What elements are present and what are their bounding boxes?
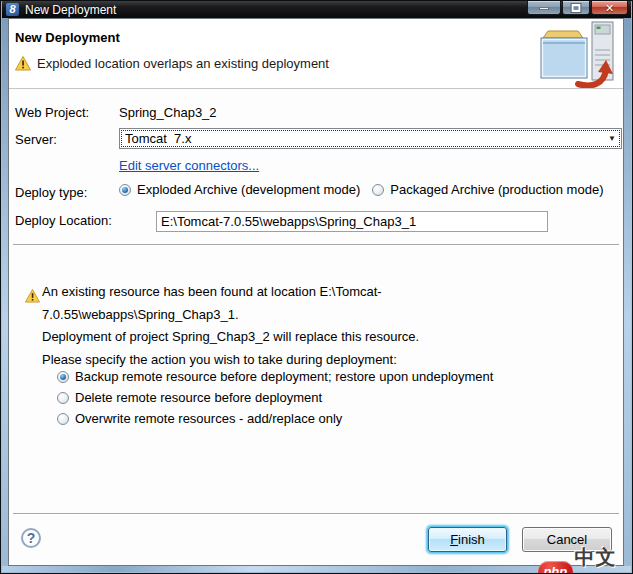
- radio-delete-remote-resource[interactable]: Delete remote resource before deployment: [57, 387, 493, 408]
- php-cn-watermark: php 中文网: [538, 544, 632, 574]
- divider: [13, 244, 619, 246]
- deploy-illustration-icon: [534, 20, 618, 88]
- warning-line: An existing resource has been found at l…: [42, 281, 602, 304]
- radio-button-icon[interactable]: [57, 371, 69, 383]
- deploy-location-label: Deploy Location:: [15, 213, 112, 228]
- radio-backup-remote-resource[interactable]: Backup remote resource before deployment…: [57, 366, 493, 387]
- finish-button[interactable]: Finish: [428, 527, 507, 552]
- deployment-action-group: Backup remote resource before deployment…: [57, 366, 493, 429]
- server-select[interactable]: Tomcat 7.x ▼: [119, 128, 622, 149]
- divider: [13, 513, 619, 515]
- close-button[interactable]: ✕: [591, 1, 628, 15]
- radio-button-icon[interactable]: [372, 184, 384, 196]
- help-icon: ?: [27, 530, 36, 546]
- deploy-location-field[interactable]: E:\Tomcat-7.0.55\webapps\Spring_Chap3_1: [156, 211, 548, 232]
- app-icon: 8: [6, 3, 19, 16]
- window-title: New Deployment: [25, 3, 116, 17]
- maximize-icon: [572, 4, 581, 12]
- warning-message: An existing resource has been found at l…: [42, 281, 602, 371]
- maximize-button[interactable]: [562, 1, 590, 15]
- radio-packaged-archive[interactable]: Packaged Archive (production mode): [372, 182, 603, 197]
- web-project-value: Spring_Chap3_2: [119, 105, 217, 120]
- radio-button-icon[interactable]: [57, 413, 69, 425]
- help-button[interactable]: ?: [21, 528, 41, 548]
- edit-server-connectors-link[interactable]: Edit server connectors...: [119, 158, 259, 173]
- chevron-down-icon[interactable]: ▼: [608, 135, 616, 143]
- close-icon: ✕: [605, 2, 614, 13]
- deploy-type-group: Exploded Archive (development mode) Pack…: [119, 182, 603, 197]
- warning-icon: [25, 289, 40, 303]
- window-border-right: [624, 18, 631, 572]
- dialog-client-area: New Deployment Exploded location overlap…: [8, 18, 624, 566]
- warning-icon: [15, 56, 31, 71]
- radio-overwrite-remote-resources[interactable]: Overwrite remote resources - add/replace…: [57, 408, 493, 429]
- warning-line: 7.0.55\webapps\Spring_Chap3_1.: [42, 304, 602, 327]
- warning-line: Deployment of project Spring_Chap3_2 wil…: [42, 326, 602, 349]
- title-bar[interactable]: 8 New Deployment ✕: [2, 1, 631, 18]
- minimize-button[interactable]: [527, 1, 561, 15]
- deploy-location-value: E:\Tomcat-7.0.55\webapps\Spring_Chap3_1: [161, 214, 416, 229]
- deploy-type-label: Deploy type:: [15, 185, 87, 200]
- window-controls: ✕: [527, 1, 628, 15]
- server-label: Server:: [15, 132, 57, 147]
- new-deployment-dialog: 8 New Deployment ✕ New Deployment Explod…: [0, 0, 633, 574]
- server-select-focus: Tomcat 7.x: [121, 130, 620, 147]
- php-logo-icon: php: [538, 561, 573, 574]
- radio-exploded-archive[interactable]: Exploded Archive (development mode): [119, 182, 360, 197]
- web-project-label: Web Project:: [15, 105, 89, 120]
- dialog-banner: New Deployment Exploded location overlap…: [9, 19, 623, 89]
- minimize-icon: [539, 7, 549, 10]
- watermark-text: 中文网: [575, 544, 632, 574]
- radio-button-icon[interactable]: [119, 184, 131, 196]
- radio-button-icon[interactable]: [57, 392, 69, 404]
- banner-message: Exploded location overlaps an existing d…: [37, 56, 329, 71]
- page-title: New Deployment: [15, 30, 120, 45]
- server-select-value: Tomcat 7.x: [125, 131, 191, 146]
- window-border-bottom: [2, 566, 631, 572]
